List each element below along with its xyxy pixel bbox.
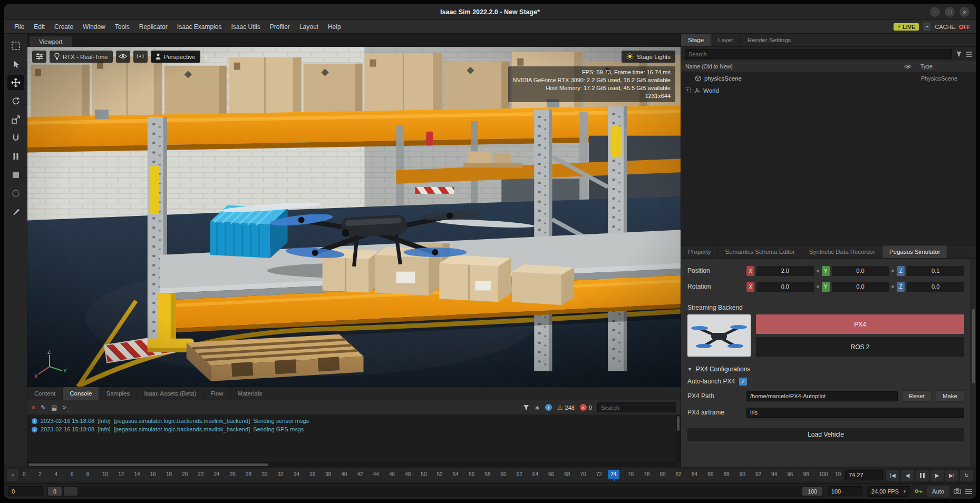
rotation-y-field[interactable]: 0.0 bbox=[832, 282, 889, 292]
timeline-tick[interactable]: 34 bbox=[294, 471, 299, 477]
timeline-tick[interactable]: 56 bbox=[469, 471, 474, 477]
timeline-tick[interactable]: 100 bbox=[819, 471, 828, 477]
columns-tool[interactable] bbox=[7, 149, 24, 164]
timeline-tick[interactable]: 48 bbox=[405, 471, 411, 477]
scale-tool[interactable] bbox=[7, 112, 24, 127]
timeline-tick[interactable]: 4 bbox=[54, 471, 57, 477]
step-back-button[interactable]: ◀ bbox=[901, 470, 914, 481]
scrollbar-thumb[interactable] bbox=[972, 309, 975, 383]
timeline-tick[interactable]: 28 bbox=[246, 471, 251, 477]
renderer-dropdown[interactable]: RTX - Real-Time bbox=[50, 51, 113, 63]
open-logs-icon[interactable]: ▤ bbox=[51, 404, 57, 411]
timeline-tick[interactable]: 80 bbox=[660, 471, 666, 477]
filter-icon[interactable] bbox=[956, 51, 962, 57]
tab-semantics-schema-editor[interactable]: Semantics Schema Editor bbox=[718, 245, 802, 258]
menu-window[interactable]: Window bbox=[78, 23, 110, 31]
menu-help[interactable]: Help bbox=[323, 23, 346, 31]
timeline-tick[interactable]: 46 bbox=[389, 471, 395, 477]
scrollbar-thumb[interactable] bbox=[677, 416, 680, 431]
viewport-settings-button[interactable] bbox=[32, 51, 46, 63]
timeline-tick[interactable]: 30 bbox=[261, 471, 267, 477]
timeline-tick[interactable]: 66 bbox=[548, 471, 554, 477]
timeline-tick[interactable]: 26 bbox=[230, 471, 236, 477]
viewport-tab[interactable]: Viewport bbox=[30, 36, 72, 47]
timeline-tick[interactable]: 36 bbox=[309, 471, 315, 477]
log-line[interactable]: i 2023-02-16 15:18:08 [Info] [pegasus.si… bbox=[32, 425, 676, 433]
property-scrollbar[interactable] bbox=[971, 259, 976, 467]
waypoint-button[interactable] bbox=[133, 51, 148, 63]
step-forward-button[interactable]: ▶ bbox=[930, 470, 944, 481]
timeline-tick[interactable]: 98 bbox=[803, 471, 809, 477]
skip-end-button[interactable]: ▶| bbox=[945, 470, 958, 481]
timeline-tick[interactable]: 10 bbox=[102, 471, 108, 477]
timeline-tick[interactable]: 38 bbox=[325, 471, 331, 477]
tab-console[interactable]: Console bbox=[63, 387, 99, 400]
clear-console-icon[interactable]: × bbox=[32, 404, 35, 411]
tab-synthetic-data-recorder[interactable]: Synthetic Data Recorder bbox=[802, 245, 882, 258]
verbose-icon[interactable]: ∗ bbox=[535, 404, 540, 411]
timeline-tick[interactable]: 2 bbox=[38, 471, 42, 477]
stage-row-physicsscene[interactable]: physicsScene PhysicsScene bbox=[681, 72, 976, 84]
make-button[interactable]: Make bbox=[936, 390, 964, 402]
timeline-tick[interactable]: 68 bbox=[564, 471, 570, 477]
console-log-area[interactable]: i 2023-02-16 15:18:08 [Info] [pegasus.si… bbox=[27, 415, 681, 467]
ros2-backend-button[interactable]: ROS 2 bbox=[756, 337, 964, 357]
timeline-tick[interactable]: 0 bbox=[23, 471, 26, 477]
rotate-tool[interactable] bbox=[7, 93, 24, 109]
paint-tool[interactable] bbox=[7, 204, 24, 219]
sphere-tool[interactable] bbox=[7, 185, 24, 201]
timeline-tick[interactable]: 62 bbox=[517, 471, 522, 477]
pause-button[interactable] bbox=[916, 470, 929, 481]
timeline-tick[interactable]: 8 bbox=[86, 471, 90, 477]
filter-icon[interactable] bbox=[523, 405, 529, 411]
tab-samples[interactable]: Samples bbox=[99, 387, 137, 400]
timeline-tick[interactable]: 64 bbox=[532, 471, 538, 477]
timeline-tick[interactable]: 14 bbox=[134, 471, 140, 477]
live-button[interactable]: ⚡ LIVE bbox=[894, 23, 919, 31]
tab-pegasus-simulator[interactable]: Pegasus Simulator bbox=[882, 245, 948, 258]
info-filter[interactable]: i bbox=[545, 404, 552, 411]
tab-flow[interactable]: Flow bbox=[203, 387, 230, 400]
timeline-tick[interactable]: 20 bbox=[182, 471, 188, 477]
tab-content[interactable]: Content bbox=[27, 387, 63, 400]
rotation-z-field[interactable]: 0.0 bbox=[907, 282, 964, 292]
range-grip[interactable] bbox=[64, 487, 77, 496]
link-dot-icon[interactable] bbox=[817, 270, 819, 272]
timeline-tick[interactable]: 72 bbox=[596, 471, 602, 477]
timeline-tick[interactable]: 86 bbox=[707, 471, 713, 477]
timeline-playhead[interactable]: 74 bbox=[608, 470, 619, 479]
type-column-header[interactable]: Type bbox=[917, 63, 972, 70]
timeline-tick[interactable]: 78 bbox=[644, 471, 649, 477]
timeline-ruler[interactable]: 0246810121416182022242628303234363840424… bbox=[22, 469, 842, 481]
axis-gizmo[interactable]: Z Y X bbox=[34, 350, 67, 382]
timeline-tick[interactable]: 82 bbox=[676, 471, 682, 477]
position-x-field[interactable]: 2.0 bbox=[756, 266, 814, 276]
timeline-tick[interactable]: 32 bbox=[277, 471, 283, 477]
timeline-tick[interactable]: 96 bbox=[787, 471, 793, 477]
timeline-tick[interactable]: 76 bbox=[628, 471, 634, 477]
maximize-button[interactable]: □ bbox=[945, 7, 955, 17]
cursor-tool[interactable] bbox=[7, 56, 24, 72]
auto-key-icon[interactable] bbox=[915, 489, 923, 494]
timeline-tick[interactable]: 88 bbox=[723, 471, 729, 477]
frame-tool[interactable] bbox=[7, 167, 24, 182]
timeline-tick[interactable]: 42 bbox=[357, 471, 363, 477]
edit-icon[interactable]: ✎ bbox=[41, 404, 46, 411]
timeline-tick[interactable]: 10 bbox=[835, 471, 841, 477]
px4-backend-button[interactable]: PX4 bbox=[756, 314, 964, 334]
timeline-tick[interactable]: 50 bbox=[421, 471, 426, 477]
viewport-3d[interactable]: RTX - Real-Time bbox=[27, 47, 681, 387]
tab-isaac-assets-beta[interactable]: Isaac Assets (Beta) bbox=[137, 387, 203, 400]
menu-layout[interactable]: Layout bbox=[295, 23, 323, 31]
timeline-tick[interactable]: 16 bbox=[150, 471, 156, 477]
stage-lights-button[interactable]: Stage Lights bbox=[622, 51, 675, 63]
loop-button[interactable]: ↻ bbox=[960, 470, 973, 481]
timeline-tick[interactable]: 40 bbox=[341, 471, 347, 477]
tab-materials[interactable]: Materials bbox=[231, 387, 270, 400]
tab-layer[interactable]: Layer bbox=[711, 34, 741, 46]
current-frame-input[interactable] bbox=[845, 470, 883, 480]
range-end-handle[interactable]: 100 bbox=[802, 487, 822, 496]
skip-start-button[interactable]: |◀ bbox=[886, 470, 899, 481]
timeline-tick[interactable]: 90 bbox=[740, 471, 745, 477]
menu-create[interactable]: Create bbox=[50, 23, 78, 31]
